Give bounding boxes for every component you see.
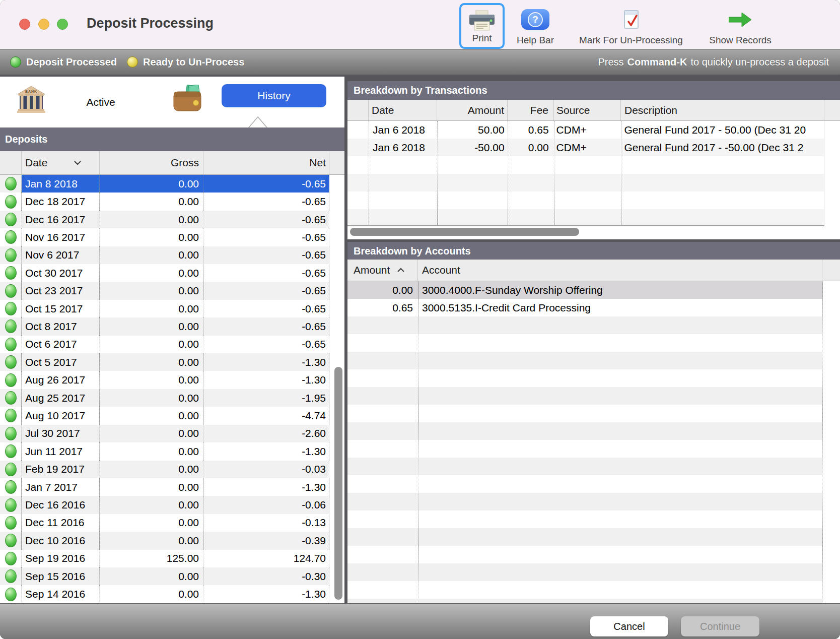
green-status-dot-icon: [5, 266, 17, 280]
deposit-net-cell: -1.30: [203, 478, 329, 496]
tab-history[interactable]: History: [222, 84, 326, 107]
deposit-date-cell: Dec 16 2016: [22, 496, 100, 514]
green-status-dot-icon: [5, 569, 17, 583]
deposit-date-cell: Aug 25 2017: [22, 389, 100, 407]
deposit-row[interactable]: Nov 16 2017 0.00 -0.65: [0, 228, 329, 246]
deposit-row[interactable]: Dec 16 2016 0.00 -0.06: [0, 496, 329, 514]
deposit-row[interactable]: Feb 19 2017 0.00 -0.03: [0, 461, 329, 478]
deposit-row[interactable]: Oct 6 2017 0.00 -0.65: [0, 336, 329, 353]
printer-icon: [469, 8, 495, 33]
deposit-date-cell: Nov 6 2017: [22, 246, 100, 264]
close-window-button[interactable]: [19, 19, 30, 30]
deposit-row[interactable]: Sep 19 2016 125.00 124.70: [0, 550, 329, 567]
tx-source-column-header[interactable]: Source: [554, 100, 621, 120]
command-k-hint: Press Command-K to quickly un-process a …: [598, 49, 829, 75]
deposit-row[interactable]: Jun 11 2017 0.00 -1.30: [0, 442, 329, 460]
deposits-vertical-scrollbar[interactable]: [334, 367, 342, 600]
deposit-row[interactable]: Nov 6 2017 0.00 -0.65: [0, 246, 329, 264]
deposit-row[interactable]: Sep 15 2016 0.00 -0.30: [0, 567, 329, 585]
green-status-dot-icon: [5, 302, 17, 315]
deposit-row[interactable]: Oct 30 2017 0.00 -0.65: [0, 264, 329, 282]
gross-column-header[interactable]: Gross: [100, 151, 203, 174]
deposits-panel: BANK Active: [0, 77, 344, 603]
deposit-gross-cell: 0.00: [100, 585, 203, 603]
deposit-status-cell: [0, 532, 22, 549]
deposit-gross-cell: 0.00: [100, 478, 203, 496]
deposit-row[interactable]: Dec 11 2016 0.00 -0.13: [0, 514, 329, 532]
deposit-date-cell: Feb 19 2017: [22, 461, 100, 478]
acc-amount-column-header[interactable]: Amount: [347, 260, 418, 281]
deposit-date-cell: Sep 15 2016: [22, 567, 100, 585]
deposit-row[interactable]: Dec 10 2016 0.00 -0.39: [0, 532, 329, 549]
deposit-date-cell: Dec 16 2017: [22, 211, 100, 228]
deposit-row[interactable]: Oct 15 2017 0.00 -0.65: [0, 300, 329, 317]
help-bar-label: Help Bar: [517, 35, 554, 47]
green-status-dot-icon: [5, 284, 17, 298]
account-row[interactable]: 0.00 3000.4000.F-Sunday Worship Offering: [347, 281, 822, 299]
green-status-dot-icon: [5, 230, 17, 244]
deposit-status-cell: [0, 246, 22, 264]
acc-account-column-header[interactable]: Account: [418, 260, 822, 281]
deposit-net-cell: -1.30: [203, 442, 329, 460]
deposit-date-cell: Dec 10 2016: [22, 532, 100, 549]
transactions-column-headers: Date Amount Fee Source Description: [347, 100, 840, 121]
deposit-gross-cell: 0.00: [100, 389, 203, 407]
tx-lead-cell: [347, 139, 369, 156]
deposit-status-cell: [0, 371, 22, 389]
print-button[interactable]: Print: [459, 3, 505, 49]
tx-date-cell: Jan 6 2018: [369, 121, 437, 139]
empty-rows-filler: [347, 156, 824, 226]
mark-for-unprocessing-button[interactable]: Mark For Un-Processing: [569, 4, 693, 47]
legend-deposit-processed: Deposit Processed: [10, 56, 117, 68]
transaction-row[interactable]: Jan 6 2018 50.00 0.65 CDM+ General Fund …: [347, 121, 824, 139]
deposit-row[interactable]: Dec 16 2017 0.00 -0.65: [0, 211, 329, 228]
deposit-gross-cell: 0.00: [100, 514, 203, 532]
deposit-row[interactable]: Oct 23 2017 0.00 -0.65: [0, 282, 329, 299]
deposit-row[interactable]: Sep 14 2016 0.00 -1.30: [0, 585, 329, 603]
green-status-dot-icon: [5, 552, 17, 565]
tx-amount-cell: -50.00: [437, 139, 508, 156]
deposits-table: Jan 8 2018 0.00 -0.65 Dec 18 2017 0.00 -…: [0, 175, 329, 603]
tx-fee-column-header[interactable]: Fee: [508, 100, 554, 120]
continue-button[interactable]: Continue: [681, 616, 759, 636]
deposit-status-cell: [0, 567, 22, 585]
help-bar-button[interactable]: ? Help Bar: [510, 4, 561, 47]
tx-amount-column-header[interactable]: Amount: [437, 100, 508, 120]
date-column-header[interactable]: Date: [22, 151, 100, 174]
acc-account-cell: 3000.5135.I-Credit Card Processing: [418, 299, 822, 316]
deposit-row[interactable]: Aug 10 2017 0.00 -4.74: [0, 407, 329, 424]
minimize-window-button[interactable]: [38, 19, 49, 30]
deposit-gross-cell: 0.00: [100, 425, 203, 442]
zoom-window-button[interactable]: [57, 19, 68, 30]
tx-date-column-header[interactable]: Date: [369, 100, 437, 120]
deposit-row[interactable]: Aug 26 2017 0.00 -1.30: [0, 371, 329, 389]
deposit-row[interactable]: Jul 30 2017 0.00 -2.60: [0, 425, 329, 442]
tx-source-cell: CDM+: [554, 139, 621, 156]
green-status-dot-icon: [5, 444, 17, 458]
deposit-net-cell: -0.39: [203, 532, 329, 549]
tx-amount-cell: 50.00: [437, 121, 508, 139]
deposit-row[interactable]: Jan 7 2017 0.00 -1.30: [0, 478, 329, 496]
cancel-button[interactable]: Cancel: [590, 616, 668, 636]
tx-fee-cell: 0.65: [508, 121, 554, 139]
deposit-net-cell: 124.70: [203, 550, 329, 567]
account-row[interactable]: 0.65 3000.5135.I-Credit Card Processing: [347, 299, 822, 316]
acc-account-cell: 3000.4000.F-Sunday Worship Offering: [418, 281, 822, 299]
tx-description-column-header[interactable]: Description: [621, 100, 824, 120]
deposit-date-cell: Oct 6 2017: [22, 336, 100, 353]
deposit-row[interactable]: Oct 8 2017 0.00 -0.65: [0, 317, 329, 335]
deposit-row[interactable]: Oct 5 2017 0.00 -1.30: [0, 353, 329, 371]
deposit-row[interactable]: Jan 8 2018 0.00 -0.65: [0, 175, 329, 193]
transactions-table: Jan 6 2018 50.00 0.65 CDM+ General Fund …: [347, 121, 824, 226]
deposit-row[interactable]: Dec 18 2017 0.00 -0.65: [0, 193, 329, 210]
deposit-row[interactable]: Aug 25 2017 0.00 -1.95: [0, 389, 329, 407]
transaction-row[interactable]: Jan 6 2018 -50.00 0.00 CDM+ General Fund…: [347, 139, 824, 156]
tab-active[interactable]: Active: [65, 77, 136, 127]
deposit-net-cell: -2.60: [203, 425, 329, 442]
deposit-net-cell: -0.65: [203, 336, 329, 353]
mark-for-unprocessing-label: Mark For Un-Processing: [579, 35, 683, 47]
green-status-dot-icon: [5, 463, 17, 476]
net-column-header[interactable]: Net: [203, 151, 329, 174]
transactions-horizontal-scrollbar[interactable]: [350, 228, 579, 236]
show-records-button[interactable]: Show Records: [703, 4, 778, 47]
